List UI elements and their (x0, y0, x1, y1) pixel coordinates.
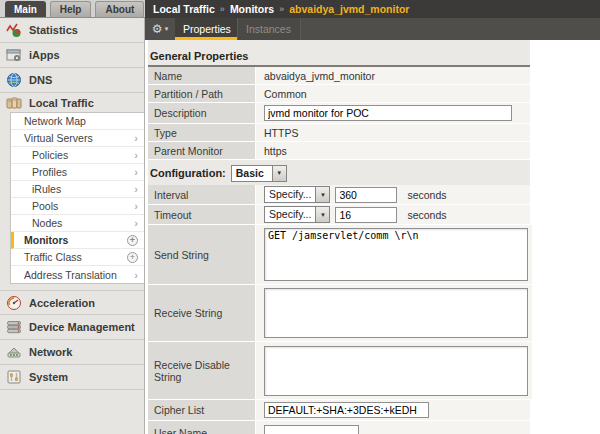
parent-monitor-label: Parent Monitor (148, 142, 256, 159)
iapps-icon (6, 47, 22, 63)
chevron-right-icon: › (134, 149, 138, 161)
configuration-label: Configuration: (150, 167, 226, 179)
sidebar-item-label: iApps (29, 49, 60, 61)
sidebar-item-dns[interactable]: DNS (0, 68, 144, 93)
sidebar-item-local-traffic[interactable]: Local Traffic (0, 93, 144, 112)
sidebar-item-virtual-servers[interactable]: Virtual Servers › (11, 130, 144, 147)
user-name-label: User Name (148, 421, 256, 434)
sidebar-item-label: Network (29, 346, 72, 358)
chevron-right-icon: › (134, 200, 138, 212)
sidebar-item-device-management[interactable]: Device Management (0, 315, 144, 340)
sidebar-item-network-map[interactable]: Network Map (11, 113, 144, 130)
sidebar-item-iapps[interactable]: iApps (0, 43, 144, 68)
chevron-down-icon: ▼ (272, 166, 286, 181)
breadcrumb-item-monitors[interactable]: Monitors (230, 3, 274, 15)
table-row: Cipher List (148, 400, 530, 421)
breadcrumb-separator: » (279, 4, 284, 14)
sidebar-item-policies[interactable]: Policies › (11, 147, 144, 164)
breadcrumb-item-local-traffic[interactable]: Local Traffic (153, 3, 215, 15)
send-string-textarea[interactable]: GET /jamservlet/comm \r\n (264, 228, 528, 281)
partition-path-value: Common (256, 85, 530, 102)
interval-input[interactable] (335, 187, 397, 203)
description-label: Description (148, 103, 256, 123)
submenu-label: Policies (32, 149, 68, 161)
submenu-label: Network Map (24, 115, 86, 127)
add-monitor-icon[interactable]: + (127, 235, 138, 246)
breadcrumb-separator: » (220, 4, 225, 14)
configuration-selected-value: Basic (232, 166, 272, 181)
tab-about[interactable]: About (95, 1, 144, 17)
sidebar-item-nodes[interactable]: Nodes › (11, 215, 144, 232)
interval-unit-label: seconds (407, 189, 446, 201)
sidebar-item-label: Acceleration (29, 297, 95, 309)
sidebar-item-system[interactable]: System (0, 365, 144, 390)
table-row: Type HTTPS (148, 124, 530, 142)
sidebar-item-monitors[interactable]: Monitors + (11, 232, 144, 249)
table-row: Description (148, 103, 530, 124)
configuration-mode-row: Configuration: Basic ▼ (150, 164, 530, 182)
table-row: User Name (148, 421, 530, 434)
tab-properties[interactable]: Properties (175, 18, 238, 40)
interval-mode-select[interactable]: Specify... ▼ (264, 186, 330, 203)
cipher-list-label: Cipher List (148, 400, 256, 420)
submenu-label: Pools (32, 200, 58, 212)
chevron-right-icon: › (134, 132, 138, 144)
send-string-label: Send String (148, 225, 256, 284)
timeout-input[interactable] (335, 207, 397, 223)
receive-string-label: Receive String (148, 285, 256, 341)
tab-instances[interactable]: Instances (238, 18, 301, 40)
options-gear-button[interactable]: ⚙ ▾ (145, 18, 175, 40)
partition-path-label: Partition / Path (148, 85, 256, 102)
submenu-label: iRules (32, 183, 61, 195)
type-label: Type (148, 124, 256, 141)
sidebar-item-statistics[interactable]: Statistics (0, 18, 144, 43)
tab-main[interactable]: Main (5, 1, 46, 17)
sidebar: Statistics iApps DNS (0, 18, 145, 434)
chevron-down-icon: ▾ (165, 25, 169, 33)
sidebar-item-acceleration[interactable]: Acceleration (0, 290, 144, 315)
add-traffic-class-icon[interactable]: + (127, 252, 138, 263)
sidebar-item-pools[interactable]: Pools › (11, 198, 144, 215)
table-row: Receive Disable String (148, 342, 530, 400)
local-traffic-icon (6, 95, 22, 111)
receive-string-textarea[interactable] (264, 288, 528, 338)
sidebar-item-address-translation[interactable]: Address Translation › (11, 266, 144, 283)
receive-disable-string-textarea[interactable] (264, 346, 528, 396)
gear-icon: ⚙ (152, 23, 163, 35)
chevron-right-icon: › (134, 217, 138, 229)
sidebar-item-label: Device Management (29, 321, 135, 333)
acceleration-icon (6, 295, 22, 311)
page-tab-strip: ⚙ ▾ Properties Instances (145, 18, 600, 40)
sidebar-item-label: Local Traffic (29, 97, 94, 109)
content-pane: General Properties Name abvaidya_jvmd_mo… (145, 40, 600, 434)
name-label: Name (148, 67, 256, 84)
interval-mode-value: Specify... (265, 187, 315, 202)
table-row: Interval Specify... ▼ seconds (148, 185, 530, 205)
submenu-label: Profiles (32, 166, 67, 178)
sidebar-item-irules[interactable]: iRules › (11, 181, 144, 198)
monitor-properties-form: General Properties Name abvaidya_jvmd_mo… (148, 40, 530, 434)
table-row: Send String GET /jamservlet/comm \r\n (148, 225, 530, 285)
user-name-input[interactable] (264, 425, 359, 434)
nav-tab-bar: Main Help About (0, 0, 145, 18)
network-icon (6, 344, 22, 360)
table-row: Receive String (148, 285, 530, 342)
tab-help[interactable]: Help (50, 1, 92, 17)
submenu-label: Nodes (32, 217, 62, 229)
configuration-select[interactable]: Basic ▼ (231, 165, 287, 182)
receive-disable-string-label: Receive Disable String (148, 342, 256, 399)
sidebar-item-label: Statistics (29, 24, 78, 36)
chevron-down-icon: ▼ (315, 207, 329, 222)
interval-label: Interval (148, 185, 256, 204)
timeout-unit-label: seconds (407, 209, 446, 221)
description-input[interactable] (264, 105, 512, 121)
dns-icon (6, 72, 22, 88)
cipher-list-input[interactable] (264, 402, 429, 418)
sidebar-item-profiles[interactable]: Profiles › (11, 164, 144, 181)
submenu-label: Virtual Servers (24, 132, 93, 144)
sidebar-item-traffic-class[interactable]: Traffic Class + (11, 249, 144, 266)
system-icon (6, 369, 22, 385)
submenu-label: Address Translation (24, 269, 117, 281)
timeout-mode-select[interactable]: Specify... ▼ (264, 206, 330, 223)
sidebar-item-network[interactable]: Network (0, 340, 144, 365)
